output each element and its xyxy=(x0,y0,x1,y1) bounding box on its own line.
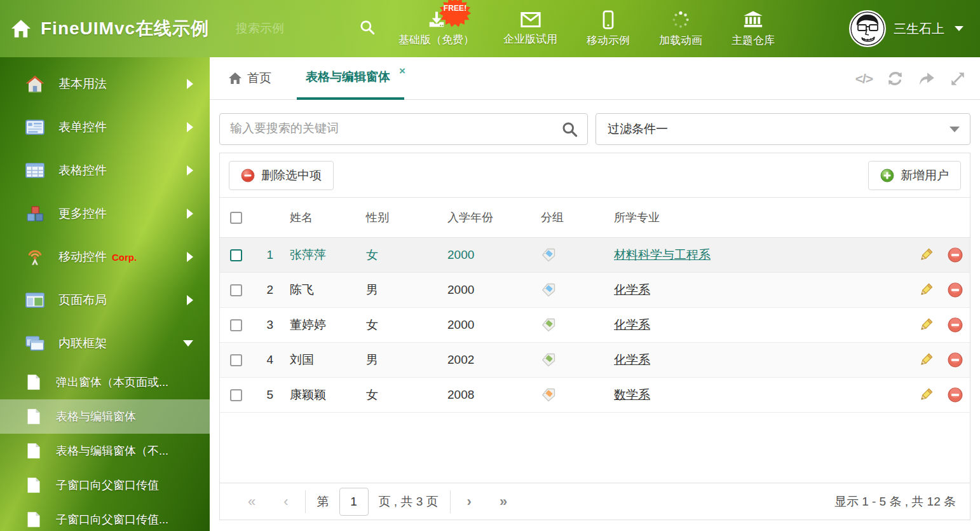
table-row[interactable]: 2 陈飞 男 2000 化学系 xyxy=(220,273,970,308)
select-all-cell[interactable] xyxy=(220,212,252,224)
row-checkbox[interactable] xyxy=(230,319,242,331)
tag-icon xyxy=(541,387,556,403)
grid-header-row: 姓名 性别 入学年份 分组 所学专业 xyxy=(220,198,970,238)
nav-loading-anim[interactable]: 加载动画 xyxy=(648,10,714,48)
row-checkbox[interactable] xyxy=(230,354,242,366)
sidebar-subitem-grid-edit-window-2[interactable]: 表格与编辑窗体（不... xyxy=(0,434,210,468)
major-link[interactable]: 化学系 xyxy=(614,318,650,331)
search-icon[interactable] xyxy=(359,19,376,36)
delete-row-icon[interactable] xyxy=(948,282,963,298)
edit-pencil-icon[interactable] xyxy=(918,247,934,263)
chevron-right-icon xyxy=(187,252,193,262)
nav-theme-store[interactable]: 主题仓库 xyxy=(720,10,786,48)
row-checkbox[interactable] xyxy=(230,389,242,401)
app-header: FineUIMvc在线示例 FREE! 基础版（免费） 企业版试用 xyxy=(0,0,980,57)
refresh-icon[interactable] xyxy=(887,70,904,87)
sidebar-item-layout[interactable]: 页面布局 xyxy=(0,279,210,322)
delete-selected-label: 删除选中项 xyxy=(261,167,322,184)
major-link[interactable]: 数学系 xyxy=(614,388,650,401)
form-icon xyxy=(25,120,44,135)
tab-grid-edit-window[interactable]: 表格与编辑窗体 × xyxy=(297,57,404,100)
sidebar-item-mobile[interactable]: 移动控件 Corp. xyxy=(0,235,210,279)
cell-delete xyxy=(941,387,970,403)
maximize-icon[interactable] xyxy=(949,71,966,87)
sidebar-subitem-child-to-parent[interactable]: 子窗口向父窗口传值 xyxy=(0,468,210,502)
keyword-search-input[interactable] xyxy=(220,114,538,143)
sidebar-item-grid[interactable]: 表格控件 xyxy=(0,149,210,192)
nav-enterprise-trial[interactable]: 企业版试用 xyxy=(492,11,569,46)
col-header-group[interactable]: 分组 xyxy=(525,210,601,225)
view-source-icon[interactable]: </> xyxy=(855,71,873,86)
delete-row-icon[interactable] xyxy=(948,352,963,368)
avatar[interactable] xyxy=(849,10,886,47)
cell-delete xyxy=(941,317,970,333)
tab-close-icon[interactable]: × xyxy=(399,65,405,78)
tab-home[interactable]: 首页 xyxy=(219,70,280,86)
table-row[interactable]: 5 康颖颖 女 2008 数学系 xyxy=(220,378,970,413)
chevron-right-icon xyxy=(187,79,193,89)
sidebar-item-iframe[interactable]: 内联框架 xyxy=(0,322,210,365)
pager-divider xyxy=(305,490,306,513)
add-user-button[interactable]: 新增用户 xyxy=(868,161,961,190)
edit-pencil-icon[interactable] xyxy=(918,387,934,403)
dropdown-caret-icon xyxy=(949,127,960,132)
header-search-input[interactable] xyxy=(236,22,344,36)
table-body: 1 张萍萍 女 2000 材料科学与工程系 xyxy=(220,238,970,413)
edit-pencil-icon[interactable] xyxy=(918,317,934,333)
header-search[interactable] xyxy=(236,22,363,36)
sidebar-item-form[interactable]: 表单控件 xyxy=(0,106,210,149)
cell-gender: 女 xyxy=(353,317,430,333)
cell-edit xyxy=(911,282,941,298)
delete-row-icon[interactable] xyxy=(948,317,963,333)
select-all-checkbox[interactable] xyxy=(230,212,242,224)
sidebar-subitem-child-to-parent-2[interactable]: 子窗口向父窗口传值... xyxy=(0,502,210,531)
sidebar-item-label: 内联框架 xyxy=(58,335,107,352)
main-content: 首页 表格与编辑窗体 × </> xyxy=(210,57,980,531)
col-header-gender[interactable]: 性别 xyxy=(353,210,430,225)
delete-selected-button[interactable]: 删除选中项 xyxy=(229,161,334,190)
sidebar-item-label: 表格控件 xyxy=(58,162,107,179)
edit-pencil-icon[interactable] xyxy=(918,282,934,298)
home-tab-icon xyxy=(228,72,242,85)
table-row[interactable]: 1 张萍萍 女 2000 材料科学与工程系 xyxy=(220,238,970,273)
grid-panel: 删除选中项 新增用户 姓名 性别 入学年份 分组 所学专业 xyxy=(219,153,970,520)
major-link[interactable]: 化学系 xyxy=(614,283,650,296)
cell-major: 化学系 xyxy=(601,282,911,298)
col-header-name[interactable]: 姓名 xyxy=(277,210,353,225)
keyword-search-box[interactable] xyxy=(219,113,588,145)
next-page-button[interactable]: › xyxy=(453,493,486,510)
last-page-button[interactable]: » xyxy=(486,493,521,510)
row-index: 2 xyxy=(252,283,277,297)
table-row[interactable]: 4 刘国 男 2002 化学系 xyxy=(220,343,970,378)
sidebar-item-label: 基本用法 xyxy=(58,76,107,92)
sidebar-item-basic[interactable]: 基本用法 xyxy=(0,62,210,106)
row-checkbox[interactable] xyxy=(230,284,242,296)
sidebar-subitem-popup[interactable]: 弹出窗体（本页面或... xyxy=(0,365,210,399)
col-header-major[interactable]: 所学专业 xyxy=(601,210,911,225)
open-new-window-icon[interactable] xyxy=(918,71,936,87)
nav-mobile-demo[interactable]: 移动示例 xyxy=(575,10,641,48)
app-logo[interactable]: FineUIMvc在线示例 xyxy=(0,17,209,41)
major-link[interactable]: 化学系 xyxy=(614,353,650,366)
first-page-button[interactable]: « xyxy=(234,493,269,510)
major-link[interactable]: 材料科学与工程系 xyxy=(614,248,711,261)
filter-dropdown[interactable]: 过滤条件一 xyxy=(595,113,970,145)
col-header-year[interactable]: 入学年份 xyxy=(430,210,525,225)
cell-major: 化学系 xyxy=(601,352,911,368)
sidebar-subitem-label: 表格与编辑窗体 xyxy=(56,409,136,424)
grid-toolbar: 删除选中项 新增用户 xyxy=(220,153,970,198)
user-menu[interactable]: 三生石上 xyxy=(849,10,980,47)
delete-row-icon[interactable] xyxy=(948,387,963,403)
sidebar-item-label: 表单控件 xyxy=(58,119,107,135)
prev-page-button[interactable]: ‹ xyxy=(269,493,302,510)
sidebar-subitem-grid-edit-window[interactable]: 表格与编辑窗体 xyxy=(0,399,210,434)
page-number-input[interactable] xyxy=(339,488,369,516)
search-icon[interactable] xyxy=(561,121,578,138)
edit-pencil-icon[interactable] xyxy=(918,352,934,368)
row-checkbox[interactable] xyxy=(230,249,242,261)
nav-label: 加载动画 xyxy=(659,33,702,48)
sidebar-item-more[interactable]: 更多控件 xyxy=(0,192,210,235)
delete-row-icon[interactable] xyxy=(948,247,963,263)
table-row[interactable]: 3 董婷婷 女 2000 化学系 xyxy=(220,308,970,343)
cell-name: 康颖颖 xyxy=(277,387,353,403)
